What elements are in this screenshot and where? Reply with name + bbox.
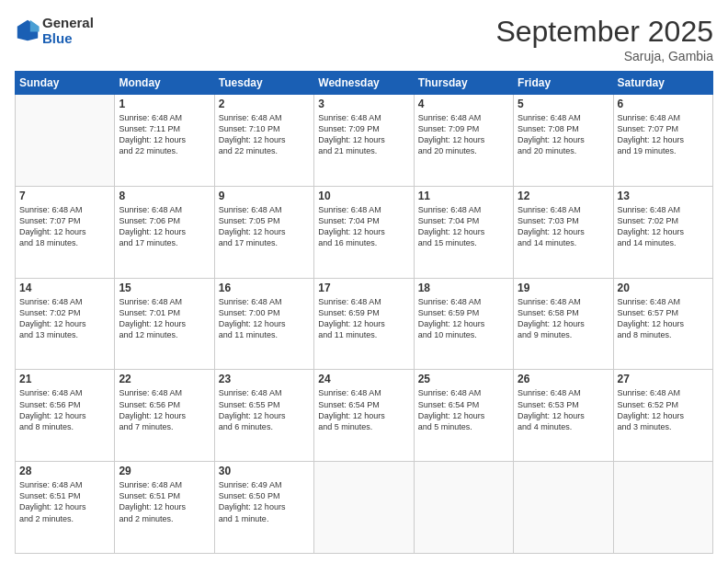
day-number: 14 bbox=[19, 282, 110, 294]
svg-marker-1 bbox=[30, 20, 40, 32]
table-row: 22Sunrise: 6:48 AM Sunset: 6:56 PM Dayli… bbox=[115, 370, 214, 462]
calendar: Sunday Monday Tuesday Wednesday Thursday… bbox=[15, 71, 713, 554]
day-info: Sunrise: 6:48 AM Sunset: 6:57 PM Dayligh… bbox=[618, 296, 709, 341]
col-tuesday: Tuesday bbox=[214, 72, 313, 95]
day-info: Sunrise: 6:48 AM Sunset: 7:04 PM Dayligh… bbox=[418, 204, 509, 249]
day-number: 25 bbox=[418, 373, 509, 385]
day-number: 29 bbox=[119, 465, 210, 477]
day-number: 23 bbox=[219, 373, 310, 385]
table-row: 13Sunrise: 6:48 AM Sunset: 7:02 PM Dayli… bbox=[613, 186, 712, 278]
col-monday: Monday bbox=[115, 72, 214, 95]
logo-text: General Blue bbox=[42, 15, 94, 46]
day-info: Sunrise: 6:48 AM Sunset: 7:01 PM Dayligh… bbox=[119, 296, 210, 341]
day-number: 18 bbox=[418, 282, 509, 294]
table-row: 18Sunrise: 6:48 AM Sunset: 6:59 PM Dayli… bbox=[414, 278, 513, 370]
calendar-week-row: 14Sunrise: 6:48 AM Sunset: 7:02 PM Dayli… bbox=[16, 278, 713, 370]
calendar-week-row: 7Sunrise: 6:48 AM Sunset: 7:07 PM Daylig… bbox=[16, 186, 713, 278]
day-info: Sunrise: 6:48 AM Sunset: 7:10 PM Dayligh… bbox=[219, 112, 310, 157]
day-number: 2 bbox=[219, 98, 310, 110]
day-number: 24 bbox=[318, 373, 409, 385]
col-wednesday: Wednesday bbox=[314, 72, 414, 95]
day-info: Sunrise: 6:48 AM Sunset: 6:56 PM Dayligh… bbox=[19, 387, 110, 432]
col-friday: Friday bbox=[514, 72, 613, 95]
day-number: 1 bbox=[119, 98, 210, 110]
day-number: 5 bbox=[518, 98, 609, 110]
day-info: Sunrise: 6:49 AM Sunset: 6:50 PM Dayligh… bbox=[219, 479, 310, 524]
day-number: 16 bbox=[219, 282, 310, 294]
table-row: 21Sunrise: 6:48 AM Sunset: 6:56 PM Dayli… bbox=[16, 370, 115, 462]
subtitle: Saruja, Gambia bbox=[495, 49, 713, 63]
month-title: September 2025 bbox=[495, 15, 713, 49]
table-row: 15Sunrise: 6:48 AM Sunset: 7:01 PM Dayli… bbox=[115, 278, 214, 370]
table-row bbox=[514, 462, 613, 554]
day-number: 9 bbox=[219, 190, 310, 202]
day-number: 19 bbox=[518, 282, 609, 294]
table-row: 7Sunrise: 6:48 AM Sunset: 7:07 PM Daylig… bbox=[16, 186, 115, 278]
table-row: 14Sunrise: 6:48 AM Sunset: 7:02 PM Dayli… bbox=[16, 278, 115, 370]
day-number: 27 bbox=[618, 373, 709, 385]
day-info: Sunrise: 6:48 AM Sunset: 7:02 PM Dayligh… bbox=[618, 204, 709, 249]
day-number: 26 bbox=[518, 373, 609, 385]
day-number: 15 bbox=[119, 282, 210, 294]
col-sunday: Sunday bbox=[16, 72, 115, 95]
day-number: 13 bbox=[618, 190, 709, 202]
col-saturday: Saturday bbox=[613, 72, 712, 95]
table-row: 17Sunrise: 6:48 AM Sunset: 6:59 PM Dayli… bbox=[314, 278, 414, 370]
day-info: Sunrise: 6:48 AM Sunset: 7:07 PM Dayligh… bbox=[19, 204, 110, 249]
day-number: 7 bbox=[19, 190, 110, 202]
day-info: Sunrise: 6:48 AM Sunset: 6:56 PM Dayligh… bbox=[119, 387, 210, 432]
day-info: Sunrise: 6:48 AM Sunset: 6:59 PM Dayligh… bbox=[418, 296, 509, 341]
day-info: Sunrise: 6:48 AM Sunset: 6:54 PM Dayligh… bbox=[418, 387, 509, 432]
page: General Blue September 2025 Saruja, Gamb… bbox=[0, 0, 728, 563]
table-row: 9Sunrise: 6:48 AM Sunset: 7:05 PM Daylig… bbox=[214, 186, 313, 278]
day-number: 12 bbox=[518, 190, 609, 202]
table-row: 1Sunrise: 6:48 AM Sunset: 7:11 PM Daylig… bbox=[115, 95, 214, 187]
day-info: Sunrise: 6:48 AM Sunset: 7:04 PM Dayligh… bbox=[318, 204, 409, 249]
title-block: September 2025 Saruja, Gambia bbox=[495, 15, 713, 63]
table-row: 6Sunrise: 6:48 AM Sunset: 7:07 PM Daylig… bbox=[613, 95, 712, 187]
day-number: 17 bbox=[318, 282, 409, 294]
table-row: 27Sunrise: 6:48 AM Sunset: 6:52 PM Dayli… bbox=[613, 370, 712, 462]
table-row bbox=[16, 95, 115, 187]
day-info: Sunrise: 6:48 AM Sunset: 7:05 PM Dayligh… bbox=[219, 204, 310, 249]
col-thursday: Thursday bbox=[414, 72, 513, 95]
calendar-header-row: Sunday Monday Tuesday Wednesday Thursday… bbox=[16, 72, 713, 95]
day-info: Sunrise: 6:48 AM Sunset: 7:00 PM Dayligh… bbox=[219, 296, 310, 341]
table-row: 4Sunrise: 6:48 AM Sunset: 7:09 PM Daylig… bbox=[414, 95, 513, 187]
day-info: Sunrise: 6:48 AM Sunset: 7:11 PM Dayligh… bbox=[119, 112, 210, 157]
header: General Blue September 2025 Saruja, Gamb… bbox=[15, 15, 713, 63]
day-number: 3 bbox=[318, 98, 409, 110]
calendar-week-row: 21Sunrise: 6:48 AM Sunset: 6:56 PM Dayli… bbox=[16, 370, 713, 462]
day-info: Sunrise: 6:48 AM Sunset: 7:09 PM Dayligh… bbox=[318, 112, 409, 157]
table-row: 23Sunrise: 6:48 AM Sunset: 6:55 PM Dayli… bbox=[214, 370, 313, 462]
table-row: 24Sunrise: 6:48 AM Sunset: 6:54 PM Dayli… bbox=[314, 370, 414, 462]
day-info: Sunrise: 6:48 AM Sunset: 7:08 PM Dayligh… bbox=[518, 112, 609, 157]
day-info: Sunrise: 6:48 AM Sunset: 6:52 PM Dayligh… bbox=[618, 387, 709, 432]
day-number: 22 bbox=[119, 373, 210, 385]
day-info: Sunrise: 6:48 AM Sunset: 6:51 PM Dayligh… bbox=[19, 479, 110, 524]
table-row: 20Sunrise: 6:48 AM Sunset: 6:57 PM Dayli… bbox=[613, 278, 712, 370]
table-row: 28Sunrise: 6:48 AM Sunset: 6:51 PM Dayli… bbox=[16, 462, 115, 554]
table-row: 2Sunrise: 6:48 AM Sunset: 7:10 PM Daylig… bbox=[214, 95, 313, 187]
calendar-week-row: 1Sunrise: 6:48 AM Sunset: 7:11 PM Daylig… bbox=[16, 95, 713, 187]
day-number: 30 bbox=[219, 465, 310, 477]
day-info: Sunrise: 6:48 AM Sunset: 7:03 PM Dayligh… bbox=[518, 204, 609, 249]
table-row: 11Sunrise: 6:48 AM Sunset: 7:04 PM Dayli… bbox=[414, 186, 513, 278]
day-info: Sunrise: 6:48 AM Sunset: 6:58 PM Dayligh… bbox=[518, 296, 609, 341]
table-row: 8Sunrise: 6:48 AM Sunset: 7:06 PM Daylig… bbox=[115, 186, 214, 278]
table-row: 10Sunrise: 6:48 AM Sunset: 7:04 PM Dayli… bbox=[314, 186, 414, 278]
day-number: 11 bbox=[418, 190, 509, 202]
table-row: 30Sunrise: 6:49 AM Sunset: 6:50 PM Dayli… bbox=[214, 462, 313, 554]
table-row: 3Sunrise: 6:48 AM Sunset: 7:09 PM Daylig… bbox=[314, 95, 414, 187]
table-row: 16Sunrise: 6:48 AM Sunset: 7:00 PM Dayli… bbox=[214, 278, 313, 370]
day-number: 4 bbox=[418, 98, 509, 110]
table-row bbox=[314, 462, 414, 554]
day-number: 20 bbox=[618, 282, 709, 294]
table-row: 25Sunrise: 6:48 AM Sunset: 6:54 PM Dayli… bbox=[414, 370, 513, 462]
day-info: Sunrise: 6:48 AM Sunset: 6:54 PM Dayligh… bbox=[318, 387, 409, 432]
day-info: Sunrise: 6:48 AM Sunset: 6:55 PM Dayligh… bbox=[219, 387, 310, 432]
logo: General Blue bbox=[15, 15, 94, 46]
day-number: 21 bbox=[19, 373, 110, 385]
day-info: Sunrise: 6:48 AM Sunset: 6:53 PM Dayligh… bbox=[518, 387, 609, 432]
table-row: 12Sunrise: 6:48 AM Sunset: 7:03 PM Dayli… bbox=[514, 186, 613, 278]
